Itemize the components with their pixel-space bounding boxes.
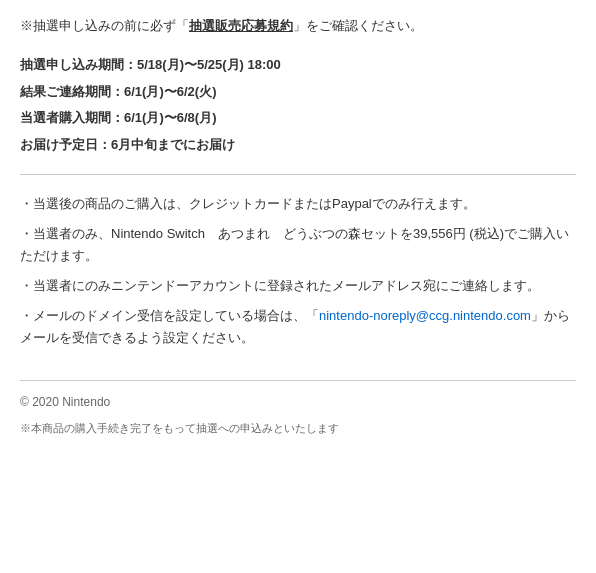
- application-period: 抽選申し込み期間：5/18(月)〜5/25(月) 18:00: [20, 55, 576, 76]
- result-period-value: 6/1(月)〜6/2(火): [124, 84, 216, 99]
- footer-section: © 2020 Nintendo ※本商品の購入手続き完了をもって抽選への申込みと…: [20, 380, 576, 438]
- schedule-section: 抽選申し込み期間：5/18(月)〜5/25(月) 18:00 結果ご連絡期間：6…: [20, 55, 576, 156]
- footer-note-text: ※本商品の購入手続き完了をもって抽選への申込みといたします: [20, 420, 576, 438]
- notice-top-text: ※抽選申し込みの前に必ず「抽選販売応募規約」をご確認ください。: [20, 16, 576, 37]
- info-item-3: ・当選者にのみニンテンドーアカウントに登録されたメールアドレス宛にご連絡します。: [20, 275, 576, 297]
- result-period-label: 結果ご連絡期間：: [20, 84, 124, 99]
- copyright-text: © 2020 Nintendo: [20, 393, 576, 412]
- application-period-label: 抽選申し込み期間：: [20, 57, 137, 72]
- purchase-period-label: 当選者購入期間：: [20, 110, 124, 125]
- application-period-value: 5/18(月)〜5/25(月) 18:00: [137, 57, 281, 72]
- info-item-4: ・メールのドメイン受信を設定している場合は、「nintendo-noreply@…: [20, 305, 576, 349]
- purchase-period-value: 6/1(月)〜6/8(月): [124, 110, 216, 125]
- delivery-date-value: 6月中旬までにお届け: [111, 137, 235, 152]
- result-period: 結果ご連絡期間：6/1(月)〜6/2(火): [20, 82, 576, 103]
- divider: [20, 174, 576, 175]
- delivery-date-label: お届け予定日：: [20, 137, 111, 152]
- info-item-1: ・当選後の商品のご購入は、クレジットカードまたはPaypalでのみ行えます。: [20, 193, 576, 215]
- info-item-4-prefix: ・メールのドメイン受信を設定している場合は、「: [20, 308, 319, 323]
- purchase-period: 当選者購入期間：6/1(月)〜6/8(月): [20, 108, 576, 129]
- delivery-date: お届け予定日：6月中旬までにお届け: [20, 135, 576, 156]
- rules-link-text: 抽選販売応募規約: [189, 18, 293, 33]
- info-section: ・当選後の商品のご購入は、クレジットカードまたはPaypalでのみ行えます。 ・…: [20, 193, 576, 350]
- nintendo-email-link[interactable]: nintendo-noreply@ccg.nintendo.com: [319, 308, 531, 323]
- info-item-2: ・当選者のみ、Nintendo Switch あつまれ どうぶつの森セットを39…: [20, 223, 576, 267]
